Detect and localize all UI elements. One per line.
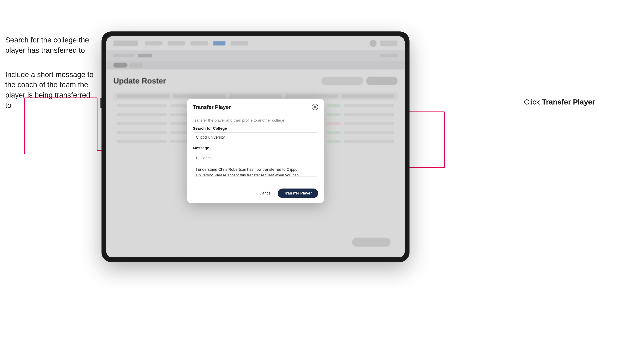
modal-body: Transfer the player and their profile to… <box>187 114 324 185</box>
modal-close-button[interactable]: ✕ <box>312 104 318 110</box>
modal-subtitle: Transfer the player and their profile to… <box>193 118 318 123</box>
college-search-input[interactable] <box>193 133 318 142</box>
annotation-text-search: Search for the college the player has tr… <box>5 35 96 56</box>
college-label: Search for College <box>193 126 318 131</box>
message-label: Message <box>193 146 318 150</box>
modal-footer: Cancel Transfer Player <box>187 185 324 203</box>
annotation-left-section: Search for the college the player has tr… <box>5 35 96 111</box>
tablet-side-button <box>100 98 102 108</box>
modal-title: Transfer Player <box>193 104 231 110</box>
annotation-right-section: Click Transfer Player <box>524 98 595 106</box>
tablet-device: Update Roster <box>102 31 410 262</box>
modal-header: Transfer Player ✕ <box>187 99 324 114</box>
annotation-text-message: Include a short message to the coach of … <box>5 70 96 111</box>
cancel-button[interactable]: Cancel <box>256 189 275 198</box>
message-form-group: Message Hi Coach, I understand Chris Rob… <box>193 146 318 177</box>
transfer-player-modal[interactable]: Transfer Player ✕ Transfer the player an… <box>187 99 324 203</box>
annotation-text-click: Click Transfer Player <box>524 98 595 106</box>
college-form-group: Search for College <box>193 126 318 142</box>
message-textarea[interactable]: Hi Coach, I understand Chris Robertson h… <box>193 152 318 176</box>
tablet-screen: Update Roster <box>106 36 404 257</box>
transfer-player-button[interactable]: Transfer Player <box>278 188 318 198</box>
